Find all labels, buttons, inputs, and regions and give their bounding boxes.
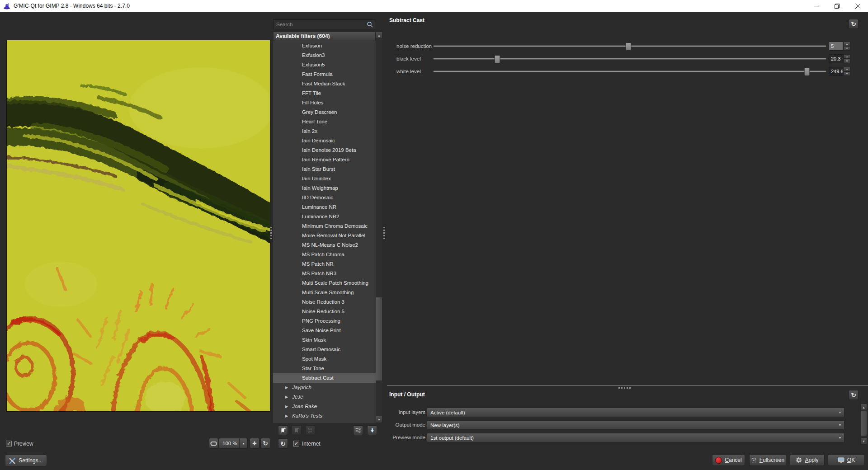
expand-collapse-button[interactable]: [367, 425, 377, 435]
gear-icon: [796, 457, 802, 463]
list-scroll-up-icon[interactable]: ▲: [376, 32, 382, 39]
filter-item[interactable]: Noise Reduction 5: [273, 307, 376, 316]
rename-abc-icon: Abc Def: [307, 427, 314, 433]
list-scroll-down-icon[interactable]: ▼: [376, 416, 382, 423]
black-level-slider[interactable]: [433, 58, 826, 60]
filter-item[interactable]: Smart Demosaic: [273, 345, 376, 354]
filter-folder[interactable]: ▶JéJé: [273, 392, 376, 402]
folder-collapsed-icon[interactable]: ▶: [285, 411, 288, 421]
input-layers-dropdown[interactable]: Active (default) ▼: [427, 408, 844, 417]
filter-item[interactable]: MS Patch Chroma: [273, 250, 376, 259]
rename-fave-button[interactable]: Abc Def: [305, 425, 315, 435]
filter-folder[interactable]: ▶KaRo's Tests: [273, 411, 376, 421]
available-filters-header[interactable]: Available filters (604): [273, 32, 376, 41]
white-level-value[interactable]: 249.6: [829, 67, 843, 76]
preview-checkbox[interactable]: ✓: [6, 441, 12, 446]
fullscreen-button[interactable]: Fullscreen: [749, 454, 786, 466]
spinbox-arrows[interactable]: ▲▼: [844, 42, 850, 51]
filter-item[interactable]: MS Patch NR3: [273, 269, 376, 278]
reset-io-button[interactable]: ↻: [849, 390, 859, 400]
cancel-button[interactable]: Cancel: [712, 454, 745, 466]
settings-button[interactable]: Settings...: [5, 455, 47, 466]
minimize-button[interactable]: [806, 0, 826, 12]
preview-refresh-button[interactable]: ↻: [260, 438, 270, 449]
remove-fave-button[interactable]: [292, 425, 302, 435]
filter-folder[interactable]: ▶Jayprich: [273, 383, 376, 392]
filter-item[interactable]: Luminance NR: [273, 202, 376, 212]
folder-collapsed-icon[interactable]: ▶: [285, 383, 288, 392]
filter-item[interactable]: MS NL-Means C Noise2: [273, 240, 376, 250]
slider-handle[interactable]: [495, 55, 500, 63]
filter-item[interactable]: Minimum Chroma Demosaic: [273, 221, 376, 231]
filter-item[interactable]: Iain Demosaic: [273, 136, 376, 146]
io-row-input-layers: Input layers Active (default) ▼: [387, 408, 868, 417]
spinbox-arrows[interactable]: ▲▼: [844, 54, 850, 63]
folder-collapsed-icon[interactable]: ▶: [285, 402, 288, 411]
filter-item[interactable]: MS Patch NR: [273, 259, 376, 269]
io-scrollbar-thumb[interactable]: [860, 411, 867, 436]
filter-item[interactable]: Exfusion3: [273, 51, 376, 60]
ok-button[interactable]: OK: [828, 454, 865, 466]
filter-item[interactable]: Multi Scale Patch Smoothing: [273, 278, 376, 288]
filter-item[interactable]: Save Noise Print: [273, 326, 376, 335]
filter-item[interactable]: Star Tone: [273, 364, 376, 373]
left-splitter-handle[interactable]: [270, 227, 272, 240]
zoom-fit-button[interactable]: [209, 438, 218, 449]
filter-item[interactable]: Exfusion5: [273, 60, 376, 70]
filter-item[interactable]: Fill Holes: [273, 98, 376, 108]
io-scroll-down-icon[interactable]: ▼: [860, 437, 867, 445]
filter-item[interactable]: Spot Mask: [273, 354, 376, 364]
zoom-in-button[interactable]: [250, 438, 259, 449]
organize-faves-button[interactable]: [353, 425, 363, 435]
filter-item[interactable]: Iain Unindex: [273, 174, 376, 183]
black-level-value[interactable]: 20.3: [829, 54, 843, 63]
slider-handle[interactable]: [804, 68, 810, 76]
add-fave-button[interactable]: [278, 425, 288, 435]
filter-item[interactable]: Exfusion: [273, 41, 376, 51]
bookmark-remove-icon: [293, 427, 300, 433]
filter-item[interactable]: Moire Removal Not Parallel: [273, 231, 376, 240]
update-filters-button[interactable]: ↻: [278, 438, 288, 449]
filter-item[interactable]: Fast Formula: [273, 70, 376, 79]
filter-item[interactable]: Skin Mask: [273, 335, 376, 345]
filter-item[interactable]: Luminance NR2: [273, 212, 376, 221]
filter-item[interactable]: IID Demosaic: [273, 193, 376, 202]
io-scroll-up-icon[interactable]: ▲: [860, 404, 867, 411]
filter-item[interactable]: Subtract Cast: [273, 373, 376, 383]
filter-item[interactable]: FFT Tile: [273, 89, 376, 98]
filter-item[interactable]: Noise Reduction 3: [273, 297, 376, 307]
folder-collapsed-icon[interactable]: ▶: [285, 392, 288, 402]
preview-checkbox-label: Preview: [14, 441, 33, 447]
slider-handle[interactable]: [625, 42, 631, 51]
spinbox-arrows[interactable]: ▲▼: [844, 67, 850, 76]
zoom-level-combo[interactable]: 100 % ▼: [219, 438, 248, 449]
filter-item[interactable]: Iain Remove Pattern: [273, 155, 376, 164]
filter-item[interactable]: Fast Median Stack: [273, 79, 376, 89]
right-splitter-handle[interactable]: [383, 227, 385, 240]
apply-button[interactable]: Apply: [790, 454, 825, 466]
noise-reduction-slider[interactable]: [433, 45, 826, 47]
filter-item[interactable]: Iain Denoise 2019 Beta: [273, 146, 376, 155]
io-splitter-handle[interactable]: [618, 387, 631, 389]
filter-item[interactable]: Iain Star Burst: [273, 164, 376, 174]
preview-image[interactable]: [6, 40, 270, 412]
restore-button[interactable]: [826, 0, 847, 12]
filter-item[interactable]: Multi Scale Smoothing: [273, 288, 376, 297]
filter-item[interactable]: Iain 2x: [273, 127, 376, 136]
noise-reduction-value[interactable]: 5: [829, 42, 843, 51]
filter-folder[interactable]: ▶Joan Rake: [273, 402, 376, 411]
filter-item[interactable]: Grey Descreen: [273, 108, 376, 117]
list-scrollbar-thumb[interactable]: [376, 297, 382, 381]
internet-checkbox[interactable]: ✓: [293, 441, 299, 446]
output-mode-dropdown[interactable]: New layer(s) ▼: [427, 420, 844, 430]
dropdown-arrow-icon: ▼: [836, 423, 844, 427]
white-level-slider[interactable]: [433, 70, 826, 72]
preview-mode-dropdown[interactable]: 1st output (default) ▼: [427, 433, 844, 442]
close-button[interactable]: [847, 0, 868, 12]
reset-parameters-button[interactable]: ↻: [849, 19, 859, 29]
filter-item[interactable]: PNG Processing: [273, 316, 376, 326]
slider-row-white-level: white level 249.6 ▲▼: [387, 67, 868, 76]
filter-item[interactable]: Iain Weightmap: [273, 183, 376, 193]
search-input[interactable]: [273, 19, 375, 29]
filter-item[interactable]: Heart Tone: [273, 117, 376, 127]
